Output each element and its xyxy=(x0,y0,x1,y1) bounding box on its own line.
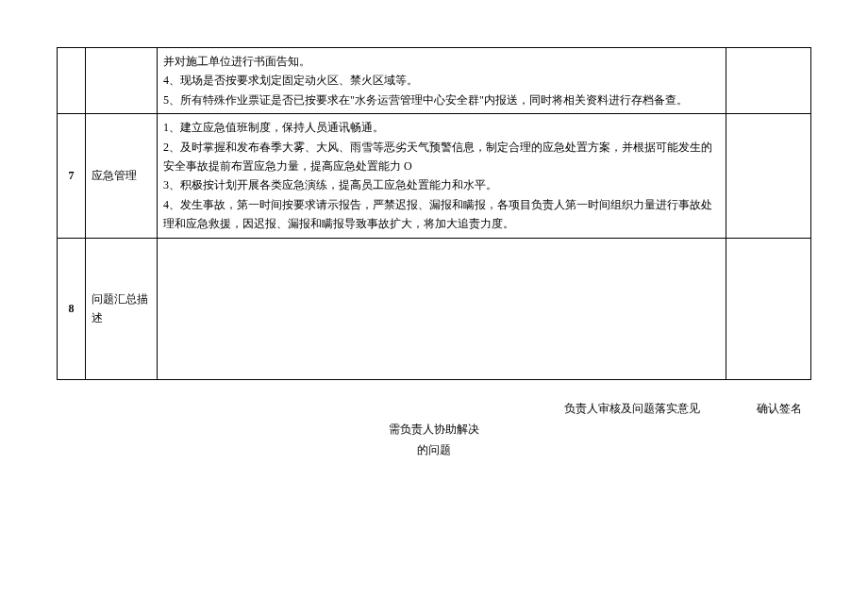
footer-area: 负责人审核及问题落实意见 确认签名 需负责人协助解决 的问题 xyxy=(57,399,811,460)
assist-label-2: 的问题 xyxy=(57,440,811,459)
assist-label-1: 需负责人协助解决 xyxy=(57,420,811,439)
confirm-sign-label: 确认签名 xyxy=(757,399,802,418)
table-row: 并对施工单位进行书面告知。4、现场是否按要求划定固定动火区、禁火区域等。5、所有… xyxy=(58,48,811,114)
review-opinion-label: 负责人审核及问题落实意见 xyxy=(564,399,700,418)
footer-right-line: 负责人审核及问题落实意见 确认签名 xyxy=(57,399,811,418)
row-6-num-cont xyxy=(58,48,86,114)
row-7-content: 1、建立应急值班制度，保持人员通讯畅通。2、及时掌握和发布春季大雾、大风、雨雪等… xyxy=(158,114,726,238)
row-7-num: 7 xyxy=(58,114,86,238)
row-7-remark xyxy=(726,114,811,238)
table-row: 8 问题汇总描述 xyxy=(58,238,811,379)
row-7-title: 应急管理 xyxy=(86,114,158,238)
table-row: 7 应急管理 1、建立应急值班制度，保持人员通讯畅通。2、及时掌握和发布春季大雾… xyxy=(58,114,811,238)
row-8-content xyxy=(158,238,726,379)
row-8-num: 8 xyxy=(58,238,86,379)
checklist-table: 并对施工单位进行书面告知。4、现场是否按要求划定固定动火区、禁火区域等。5、所有… xyxy=(57,47,811,380)
row-6-remark xyxy=(726,48,811,114)
row-8-remark xyxy=(726,238,811,379)
row-6-content: 并对施工单位进行书面告知。4、现场是否按要求划定固定动火区、禁火区域等。5、所有… xyxy=(158,48,726,114)
row-6-title-cont xyxy=(86,48,158,114)
row-8-title: 问题汇总描述 xyxy=(86,238,158,379)
